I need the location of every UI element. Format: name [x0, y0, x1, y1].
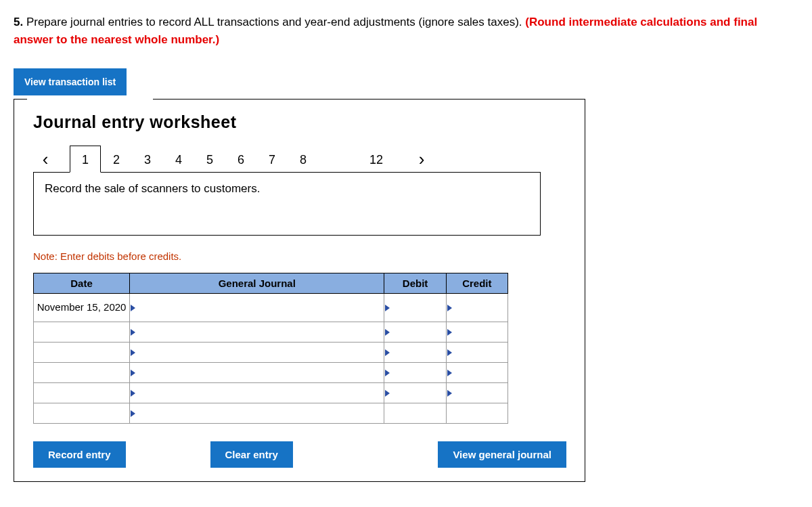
- col-header-credit: Credit: [446, 273, 508, 294]
- question-text: 5. Prepare journal entries to record ALL…: [14, 14, 798, 48]
- cell-credit[interactable]: [446, 294, 508, 322]
- col-header-debit: Debit: [384, 273, 446, 294]
- tab-3[interactable]: 3: [132, 146, 163, 173]
- cell-debit[interactable]: [384, 294, 446, 322]
- view-transaction-list-button[interactable]: View transaction list: [14, 68, 127, 95]
- tab-2[interactable]: 2: [101, 146, 132, 173]
- table-row: [34, 363, 508, 383]
- cell-date[interactable]: [34, 322, 130, 343]
- cell-general-journal[interactable]: [130, 322, 384, 343]
- view-general-journal-button[interactable]: View general journal: [438, 441, 566, 468]
- cell-date[interactable]: [34, 343, 130, 363]
- clear-entry-button[interactable]: Clear entry: [210, 441, 293, 468]
- cell-debit[interactable]: [384, 403, 446, 424]
- tab-next-arrow[interactable]: ›: [409, 149, 434, 170]
- worksheet-top-border: [14, 99, 585, 100]
- tab-5[interactable]: 5: [194, 146, 225, 173]
- cell-general-journal[interactable]: [130, 383, 384, 403]
- cell-general-journal[interactable]: [130, 363, 384, 383]
- journal-table: Date General Journal Debit Credit Novemb…: [33, 273, 508, 424]
- cell-debit[interactable]: [384, 383, 446, 403]
- cell-debit[interactable]: [384, 363, 446, 383]
- tab-4[interactable]: 4: [163, 146, 194, 173]
- tab-8[interactable]: 8: [288, 146, 319, 173]
- entry-description: Record the sale of scanners to customers…: [33, 172, 541, 236]
- tab-7[interactable]: 7: [256, 146, 288, 173]
- worksheet-title: Journal entry worksheet: [33, 112, 566, 132]
- cell-date[interactable]: [34, 363, 130, 383]
- cell-credit[interactable]: [446, 343, 508, 363]
- question-body: Prepare journal entries to record ALL tr…: [23, 16, 525, 28]
- cell-general-journal[interactable]: [130, 403, 384, 424]
- col-header-general-journal: General Journal: [130, 273, 384, 294]
- table-row: [34, 322, 508, 343]
- cell-debit[interactable]: [384, 343, 446, 363]
- tab-12[interactable]: 12: [361, 146, 392, 173]
- tab-1[interactable]: 1: [70, 146, 101, 173]
- table-row: [34, 383, 508, 403]
- cell-date[interactable]: November 15, 2020: [34, 294, 130, 322]
- debits-before-credits-note: Note: Enter debits before credits.: [33, 250, 566, 262]
- tab-prev-arrow[interactable]: ‹: [33, 149, 58, 170]
- tabs-row: ‹ 1 2 3 4 5 6 7 8 12 ›: [33, 146, 566, 173]
- cell-credit[interactable]: [446, 383, 508, 403]
- cell-credit[interactable]: [446, 322, 508, 343]
- worksheet-panel: Journal entry worksheet ‹ 1 2 3 4 5 6 7 …: [14, 99, 585, 482]
- tab-gap: [319, 146, 361, 173]
- tab-6[interactable]: 6: [225, 146, 256, 173]
- col-header-date: Date: [34, 273, 130, 294]
- cell-credit[interactable]: [446, 403, 508, 424]
- footer-buttons: Record entry Clear entry View general jo…: [33, 441, 566, 468]
- table-row: [34, 403, 508, 424]
- table-row: [34, 343, 508, 363]
- question-number: 5.: [14, 16, 23, 28]
- table-row: November 15, 2020: [34, 294, 508, 322]
- cell-credit[interactable]: [446, 363, 508, 383]
- cell-date[interactable]: [34, 403, 130, 424]
- record-entry-button[interactable]: Record entry: [33, 441, 126, 468]
- cell-date[interactable]: [34, 383, 130, 403]
- cell-general-journal[interactable]: [130, 294, 384, 322]
- cell-debit[interactable]: [384, 322, 446, 343]
- cell-general-journal[interactable]: [130, 343, 384, 363]
